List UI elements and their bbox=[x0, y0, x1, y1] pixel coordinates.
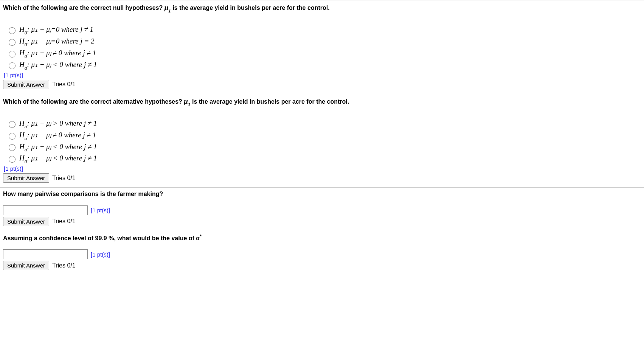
prompt-text-prefix: Assuming a confidence level of 99.9 %, w… bbox=[3, 235, 200, 241]
option-a[interactable]: H0: μ₁ − μⱼ=0 where j ≠ 1 bbox=[7, 25, 641, 35]
prompt-text-suffix: is the average yield in bushels per acre… bbox=[171, 5, 330, 11]
question-alternative-hypotheses: Which of the following are the correct a… bbox=[0, 94, 644, 188]
option-a-text: Ha: μ₁ − μⱼ > 0 where j ≠ 1 bbox=[19, 119, 97, 129]
input-row: [1 pt(s)] bbox=[3, 249, 641, 259]
option-b-text: H0: μ₁ − μⱼ=0 where j = 2 bbox=[19, 37, 95, 47]
option-b-text: Ha: μ₁ − μⱼ ≠ 0 where j ≠ 1 bbox=[19, 131, 96, 141]
radio-option-c[interactable] bbox=[9, 51, 16, 58]
submit-answer-button[interactable]: Submit Answer bbox=[3, 173, 49, 183]
option-a[interactable]: Ha: μ₁ − μⱼ > 0 where j ≠ 1 bbox=[7, 119, 641, 129]
radio-option-a[interactable] bbox=[9, 121, 16, 128]
prompt-text-prefix: Which of the following are the correct n… bbox=[3, 5, 164, 11]
option-a-text: H0: μ₁ − μⱼ=0 where j ≠ 1 bbox=[19, 25, 93, 35]
question-prompt: Which of the following are the correct n… bbox=[3, 3, 641, 14]
radio-option-c[interactable] bbox=[9, 144, 16, 151]
submit-answer-button[interactable]: Submit Answer bbox=[3, 217, 49, 226]
radio-option-a[interactable] bbox=[9, 27, 16, 34]
points-label: [1 pt(s)] bbox=[91, 207, 110, 213]
tries-label: Tries 0/1 bbox=[52, 218, 76, 225]
submit-row: Submit Answer Tries 0/1 bbox=[3, 173, 641, 183]
option-d[interactable]: Ha: μ₁ − μⱼ < 0 where j ≠ 1 bbox=[7, 60, 641, 70]
prompt-sup: * bbox=[200, 234, 202, 239]
question-null-hypotheses: Which of the following are the correct n… bbox=[0, 0, 644, 94]
points-label: [1 pt(s)] bbox=[4, 72, 641, 78]
option-c-text: H0: μ₁ − μⱼ ≠ 0 where j ≠ 1 bbox=[19, 48, 96, 59]
tries-label: Tries 0/1 bbox=[52, 262, 76, 269]
submit-row: Submit Answer Tries 0/1 bbox=[3, 261, 641, 270]
question-prompt: How many pairwise comparisons is the far… bbox=[3, 190, 641, 198]
prompt-text-suffix: is the average yield in bushels per acre… bbox=[191, 98, 349, 105]
question-prompt: Assuming a confidence level of 99.9 %, w… bbox=[3, 233, 641, 243]
submit-row: Submit Answer Tries 0/1 bbox=[3, 80, 641, 89]
option-c[interactable]: Ha: μ₁ − μⱼ < 0 where j ≠ 1 bbox=[7, 142, 641, 152]
submit-answer-button[interactable]: Submit Answer bbox=[3, 80, 49, 89]
option-c[interactable]: H0: μ₁ − μⱼ ≠ 0 where j ≠ 1 bbox=[7, 48, 641, 59]
submit-answer-button[interactable]: Submit Answer bbox=[3, 261, 49, 270]
points-label: [1 pt(s)] bbox=[91, 251, 110, 258]
option-d-text: H0: μ₁ − μⱼ < 0 where j ≠ 1 bbox=[19, 154, 97, 164]
option-b[interactable]: Ha: μ₁ − μⱼ ≠ 0 where j ≠ 1 bbox=[7, 131, 641, 141]
tries-label: Tries 0/1 bbox=[52, 81, 76, 88]
radio-option-b[interactable] bbox=[9, 133, 16, 140]
question-alpha-star: Assuming a confidence level of 99.9 %, w… bbox=[0, 231, 644, 275]
submit-row: Submit Answer Tries 0/1 bbox=[3, 217, 641, 226]
input-row: [1 pt(s)] bbox=[3, 205, 641, 215]
mu-symbol: μ1 bbox=[184, 97, 190, 105]
option-d[interactable]: H0: μ₁ − μⱼ < 0 where j ≠ 1 bbox=[7, 154, 641, 164]
mu-symbol: μ1 bbox=[164, 3, 171, 11]
prompt-text-prefix: Which of the following are the correct a… bbox=[3, 98, 184, 105]
points-label: [1 pt(s)] bbox=[4, 165, 641, 172]
answer-input[interactable] bbox=[3, 205, 88, 215]
option-d-text: Ha: μ₁ − μⱼ < 0 where j ≠ 1 bbox=[19, 60, 97, 70]
question-prompt: Which of the following are the correct a… bbox=[3, 96, 641, 107]
radio-option-b[interactable] bbox=[9, 39, 16, 46]
question-pairwise-comparisons: How many pairwise comparisons is the far… bbox=[0, 187, 644, 230]
option-c-text: Ha: μ₁ − μⱼ < 0 where j ≠ 1 bbox=[19, 142, 97, 152]
tries-label: Tries 0/1 bbox=[52, 175, 76, 182]
option-b[interactable]: H0: μ₁ − μⱼ=0 where j = 2 bbox=[7, 37, 641, 47]
radio-option-d[interactable] bbox=[9, 62, 16, 69]
options-group: H0: μ₁ − μⱼ=0 where j ≠ 1 H0: μ₁ − μⱼ=0 … bbox=[7, 25, 641, 70]
options-group: Ha: μ₁ − μⱼ > 0 where j ≠ 1 Ha: μ₁ − μⱼ … bbox=[7, 119, 641, 164]
answer-input[interactable] bbox=[3, 249, 88, 259]
radio-option-d[interactable] bbox=[9, 156, 16, 163]
